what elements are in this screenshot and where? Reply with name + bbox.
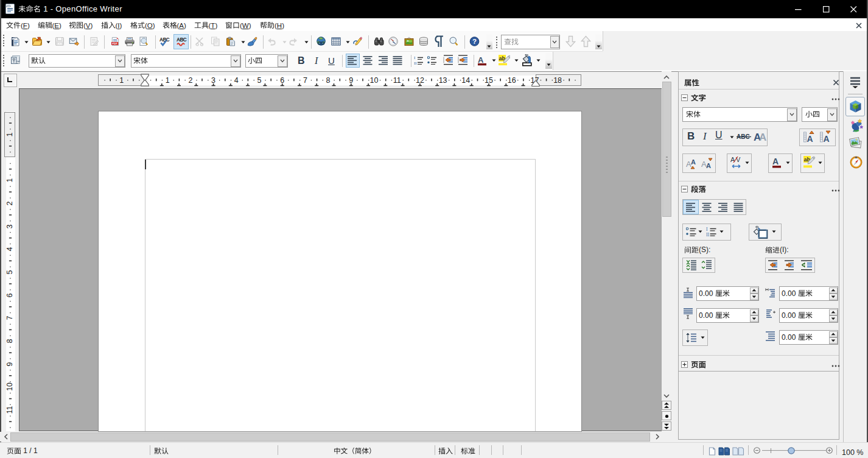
svg-text:V: V: [736, 156, 741, 163]
svg-text:A: A: [759, 132, 766, 143]
svg-text:?: ?: [472, 38, 477, 45]
svg-text:A: A: [824, 134, 830, 144]
svg-text:ABC: ABC: [177, 37, 187, 43]
svg-text:A: A: [772, 157, 779, 166]
svg-text:II: II: [414, 61, 417, 66]
svg-text:A: A: [706, 162, 711, 169]
svg-text:II: II: [706, 232, 709, 237]
svg-text:I: I: [414, 55, 416, 60]
svg-text:PDF: PDF: [112, 42, 117, 45]
svg-text:A: A: [691, 158, 696, 166]
svg-text:A: A: [730, 156, 735, 163]
svg-text:I: I: [706, 227, 708, 232]
svg-text:A: A: [478, 55, 484, 65]
svg-text:A: A: [807, 134, 813, 144]
